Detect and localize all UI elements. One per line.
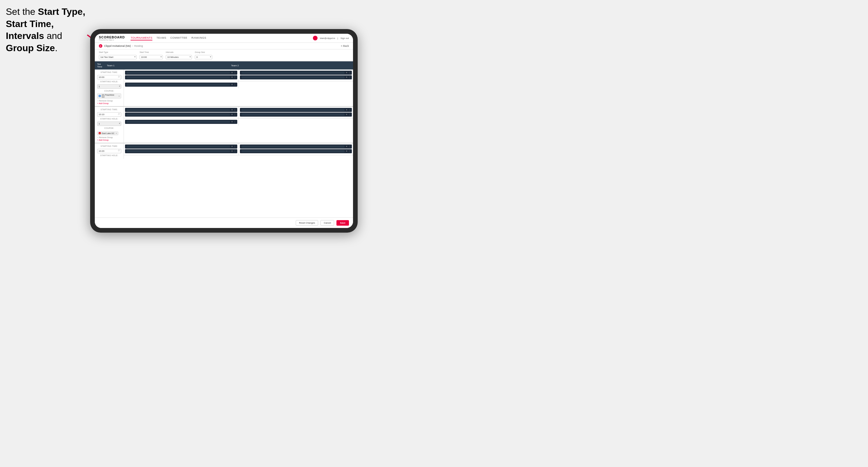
- course-icon-1: A: [99, 95, 101, 97]
- remove-group-2[interactable]: ○ Remove Group: [97, 136, 121, 138]
- player-name: [126, 121, 230, 123]
- player-x-btn[interactable]: ✕: [231, 109, 233, 111]
- player-drag-btn[interactable]: ⋮: [234, 76, 236, 79]
- player-x-btn[interactable]: ✕: [231, 146, 233, 148]
- nav-tab-teams[interactable]: TEAMS: [156, 36, 166, 40]
- player-name: [126, 76, 230, 79]
- add-group-2[interactable]: + Add Group: [97, 139, 121, 141]
- logo-area: SCOREBOARD Powered by clipp.io: [99, 35, 125, 41]
- breadcrumb-tournament[interactable]: Clippd Invitational (Me): [104, 44, 131, 48]
- player-x-btn[interactable]: ✕: [231, 84, 233, 86]
- right-section-3: ✕ ⋮ ✕ ⋮: [124, 143, 353, 159]
- player-drag-btn[interactable]: ⋮: [348, 146, 350, 148]
- hole-select-2[interactable]: 110: [97, 122, 121, 126]
- cancel-button[interactable]: Cancel: [320, 220, 334, 226]
- course-icon-2: ⛳: [99, 132, 101, 134]
- th-team2: Team 2: [229, 61, 353, 69]
- group-size-select[interactable]: 3 2 4: [195, 55, 212, 59]
- right-section-1: ✕ ⋮ ✕ ⋮: [124, 69, 353, 106]
- player-drag-btn[interactable]: ⋮: [234, 114, 236, 116]
- remove-group-1[interactable]: ○ Remove Group: [97, 100, 121, 102]
- player-name: [126, 71, 230, 74]
- player-row: ✕ ⋮: [125, 149, 237, 153]
- player-row: ✕ ⋮: [240, 71, 352, 75]
- time-input-wrapper-1: ⏱: [97, 74, 121, 80]
- nav-tab-tournaments[interactable]: TOURNAMENTS: [130, 36, 152, 40]
- player-x-btn[interactable]: ✕: [346, 146, 347, 148]
- player-drag-btn[interactable]: ⋮: [348, 71, 350, 74]
- player-drag-btn[interactable]: ⋮: [234, 150, 236, 152]
- player-drag-btn[interactable]: ⋮: [234, 109, 236, 111]
- remove-circle-icon-2: ○: [97, 136, 98, 138]
- sign-out-link[interactable]: Sign out: [341, 37, 349, 39]
- player-x-btn[interactable]: ✕: [346, 150, 347, 152]
- player-drag-btn[interactable]: ⋮: [234, 121, 236, 123]
- player-drag-btn[interactable]: ⋮: [348, 150, 350, 152]
- intervals-group: Intervals 10 Minutes 8 Minutes 12 Minute…: [166, 51, 192, 59]
- team2-cell-1a: ✕ ⋮ ✕ ⋮: [239, 69, 353, 81]
- teams-row-1b: ✕ ⋮: [124, 82, 353, 88]
- player-actions: ✕ ⋮: [346, 146, 350, 148]
- reset-changes-button[interactable]: Reset Changes: [296, 220, 318, 226]
- player-drag-btn[interactable]: ⋮: [234, 71, 236, 74]
- start-type-select-wrapper: 1st Tee Start Shotgun Start: [99, 54, 137, 59]
- player-name: [241, 150, 345, 152]
- player-x-btn[interactable]: ✕: [346, 109, 347, 111]
- user-email: blair@clippd.io: [320, 37, 335, 39]
- player-row: ✕ ⋮: [125, 113, 237, 117]
- right-section-2: ✕ ⋮ ✕ ⋮: [124, 107, 353, 143]
- back-button[interactable]: < Back: [341, 44, 349, 48]
- hole-select-1[interactable]: 110: [97, 84, 121, 89]
- player-x-btn[interactable]: ✕: [231, 150, 233, 152]
- player-row: ✕ ⋮: [125, 145, 237, 149]
- nav-bar: SCOREBOARD Powered by clipp.io TOURNAMEN…: [95, 34, 353, 43]
- start-type-label: Start Type: [99, 51, 137, 53]
- course-tag-remove-1[interactable]: ×: [118, 95, 120, 97]
- add-group-1[interactable]: + Add Group: [97, 102, 121, 104]
- intervals-select[interactable]: 10 Minutes 8 Minutes 12 Minutes: [166, 55, 192, 59]
- player-x-btn[interactable]: ✕: [346, 114, 347, 116]
- player-name: [241, 76, 345, 79]
- group-size-select-wrapper: 3 2 4: [195, 54, 212, 59]
- start-type-select[interactable]: 1st Tee Start Shotgun Start: [99, 55, 137, 59]
- course-tag-remove-2[interactable]: ×: [116, 132, 117, 135]
- team1-cell-2a: ✕ ⋮ ✕ ⋮: [124, 107, 239, 118]
- player-actions: ✕ ⋮: [231, 71, 236, 74]
- course-label-2: COURSE:: [97, 127, 121, 129]
- nav-tab-committee[interactable]: COMMITTEE: [170, 36, 188, 40]
- save-button[interactable]: Save: [336, 220, 349, 226]
- player-name: [126, 84, 230, 86]
- logo-sub: Powered by clipp.io: [99, 39, 125, 41]
- player-drag-btn[interactable]: ⋮: [234, 84, 236, 86]
- player-x-btn[interactable]: ✕: [231, 121, 233, 123]
- nav-separator: |: [338, 37, 338, 39]
- teams-row-2a: ✕ ⋮ ✕ ⋮: [124, 107, 353, 119]
- player-row: ✕ ⋮: [240, 149, 352, 153]
- teams-row-2b: ✕ ⋮: [124, 119, 353, 126]
- player-row: ✕ ⋮: [125, 83, 237, 87]
- player-row: ✕ ⋮: [125, 71, 237, 75]
- player-row: ✕ ⋮: [240, 75, 352, 80]
- player-drag-btn[interactable]: ⋮: [348, 76, 350, 79]
- team2-cell-1b: [239, 82, 353, 88]
- nav-tab-rankings[interactable]: RANKINGS: [191, 36, 206, 40]
- left-panel-3: STARTING TIME: ⏱ STARTING HOLE:: [95, 143, 124, 159]
- player-drag-btn[interactable]: ⋮: [234, 146, 236, 148]
- player-x-btn[interactable]: ✕: [231, 71, 233, 74]
- starting-hole-label-1: STARTING HOLE:: [97, 81, 121, 83]
- row-group-3: STARTING TIME: ⏱ STARTING HOLE: ✕: [95, 143, 353, 159]
- player-x-btn[interactable]: ✕: [231, 114, 233, 116]
- starting-time-label-1: STARTING TIME:: [97, 71, 121, 73]
- player-x-btn[interactable]: ✕: [346, 71, 347, 74]
- player-drag-btn[interactable]: ⋮: [348, 114, 350, 116]
- nav-tabs: TOURNAMENTS TEAMS COMMITTEE RANKINGS: [130, 36, 313, 40]
- clock-icon-1: ⏱: [118, 75, 120, 78]
- player-actions: ✕ ⋮: [231, 76, 236, 79]
- player-drag-btn[interactable]: ⋮: [348, 109, 350, 111]
- team2-cell-2a: ✕ ⋮ ✕ ⋮: [239, 107, 353, 118]
- player-x-btn[interactable]: ✕: [346, 76, 347, 79]
- start-time-select[interactable]: 10:00: [140, 55, 163, 59]
- player-x-btn[interactable]: ✕: [231, 76, 233, 79]
- starting-hole-label-2: STARTING HOLE:: [97, 118, 121, 120]
- player-actions: ✕ ⋮: [231, 114, 236, 116]
